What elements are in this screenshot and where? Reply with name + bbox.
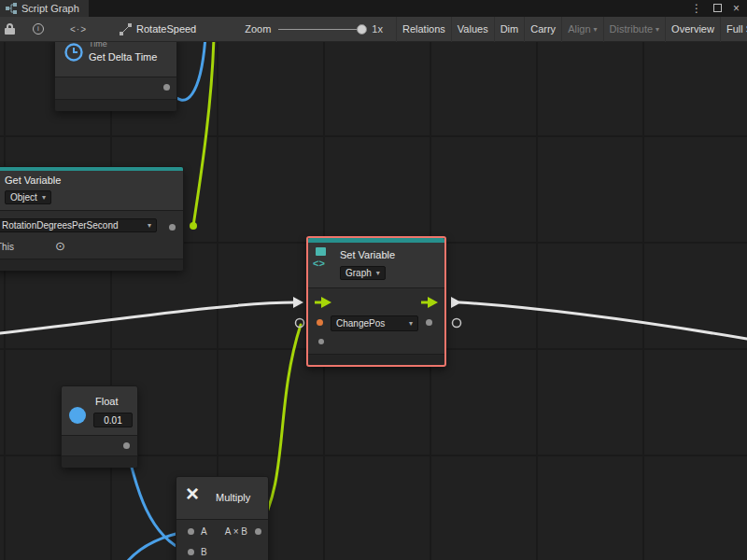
chevron-down-icon: ▾ xyxy=(655,25,659,34)
flow-input-arrow[interactable] xyxy=(315,297,331,308)
variable-scope-dropdown[interactable]: Graph▾ xyxy=(340,266,386,280)
input-port-a[interactable] xyxy=(188,528,194,535)
zoom-slider-knob[interactable] xyxy=(357,24,367,35)
relations-button[interactable]: Relations xyxy=(396,17,451,42)
output-port[interactable] xyxy=(255,528,261,535)
wire-endpoint-dot xyxy=(190,222,197,230)
wire-flow-out[interactable] xyxy=(459,302,747,339)
node-multiply[interactable]: × Multiply A A × B B xyxy=(176,476,269,560)
target-port-label: This xyxy=(0,242,14,252)
output-port[interactable] xyxy=(123,442,130,449)
float-value-input[interactable]: 0.01 xyxy=(93,413,133,427)
node-get-delta-time[interactable]: Time Get Delta Time xyxy=(54,42,177,111)
maximize-icon xyxy=(713,4,722,12)
window-menu-button[interactable]: ⋮ xyxy=(691,0,702,17)
tab-title: Script Graph xyxy=(21,3,79,14)
target-icon: ⊙ xyxy=(55,240,65,252)
teal-accent-strip xyxy=(308,238,444,243)
full-screen-button[interactable]: Full Screen xyxy=(720,17,747,42)
node-category: Time xyxy=(89,42,107,49)
node-title: Get Variable xyxy=(5,175,61,186)
chevron-down-icon: ▾ xyxy=(594,25,598,34)
flow-arrowhead-in xyxy=(293,297,303,308)
wire-rotation-speed[interactable] xyxy=(193,42,214,226)
node-title: Set Variable xyxy=(340,249,395,260)
graph-toolbar: i <·> RotateSpeed Zoom 1x Relations Valu… xyxy=(0,17,747,42)
distribute-button[interactable]: Distribute▾ xyxy=(603,17,665,42)
graph-breadcrumb[interactable]: RotateSpeed xyxy=(120,23,196,35)
node-title: Get Delta Time xyxy=(89,51,157,63)
variable-code-icon: <> xyxy=(313,258,325,269)
float-icon xyxy=(69,407,86,424)
zoom-value: 1x xyxy=(372,23,383,35)
port-label-b: B xyxy=(201,547,207,557)
chevron-down-icon: ▾ xyxy=(409,319,413,328)
graph-name-label: RotateSpeed xyxy=(136,23,196,35)
graph-canvas[interactable]: Time Get Delta Time Get Variable Object▾… xyxy=(0,42,747,560)
variable-output-port[interactable] xyxy=(169,224,176,231)
output-port[interactable] xyxy=(163,84,170,91)
flow-output-arrow[interactable] xyxy=(421,297,438,308)
flow-arrowhead-out xyxy=(451,297,461,308)
zoom-label: Zoom xyxy=(245,23,271,35)
multiply-icon: × xyxy=(186,483,199,505)
variable-name-dropdown[interactable]: RotationDegreesPerSecond▾ xyxy=(0,218,157,232)
variable-box-icon xyxy=(316,247,326,256)
zoom-control: Zoom 1x xyxy=(245,23,383,35)
port-label-a: A xyxy=(201,526,207,537)
chevron-down-icon: ▾ xyxy=(42,193,46,202)
window-close-button[interactable]: × xyxy=(733,0,740,17)
teal-accent-strip xyxy=(0,167,183,171)
value-input-port[interactable] xyxy=(317,319,323,326)
node-title: Multiply xyxy=(216,492,250,503)
variable-name-dropdown[interactable]: ChangePos▾ xyxy=(331,315,418,331)
lock-icon xyxy=(5,23,16,35)
wire-flow-in[interactable] xyxy=(0,302,295,333)
clock-icon xyxy=(63,42,84,63)
input-port-b[interactable] xyxy=(188,549,194,555)
fallback-input-port[interactable] xyxy=(318,339,324,344)
value-preview-button[interactable]: <·> xyxy=(65,17,92,42)
window-tab-bar: Script Graph ⋮ × xyxy=(0,0,747,17)
script-graph-icon xyxy=(6,3,17,14)
tab-script-graph[interactable]: Script Graph xyxy=(0,0,89,17)
port-label-result: A × B xyxy=(225,526,247,537)
chevron-down-icon: ▾ xyxy=(148,221,151,230)
hollow-port-right[interactable] xyxy=(453,319,461,328)
node-get-variable[interactable]: Get Variable Object▾ RotationDegreesPerS… xyxy=(0,166,184,271)
window-maximize-button[interactable] xyxy=(713,0,722,17)
values-button[interactable]: Values xyxy=(451,17,494,42)
node-float[interactable]: Float 0.01 xyxy=(61,385,138,468)
zoom-slider[interactable] xyxy=(278,29,364,30)
node-set-variable[interactable]: <> Set Variable Graph▾ ChangePos▾ xyxy=(306,236,446,367)
align-button[interactable]: Align▾ xyxy=(561,17,602,42)
variable-scope-dropdown[interactable]: Object▾ xyxy=(5,190,51,204)
dim-button[interactable]: Dim xyxy=(494,17,525,42)
chevron-down-icon: ▾ xyxy=(376,269,380,277)
lock-button[interactable] xyxy=(0,17,21,42)
overview-button[interactable]: Overview xyxy=(665,17,720,42)
carry-button[interactable]: Carry xyxy=(524,17,561,42)
window-controls: ⋮ × xyxy=(691,0,747,17)
value-output-port[interactable] xyxy=(426,319,432,326)
graph-asset-icon xyxy=(120,23,132,35)
toolbar-buttons: Relations Values Dim Carry Align▾ Distri… xyxy=(396,17,747,42)
node-title: Float xyxy=(95,396,118,407)
info-icon: i xyxy=(33,23,44,35)
info-button[interactable]: i xyxy=(28,17,49,42)
